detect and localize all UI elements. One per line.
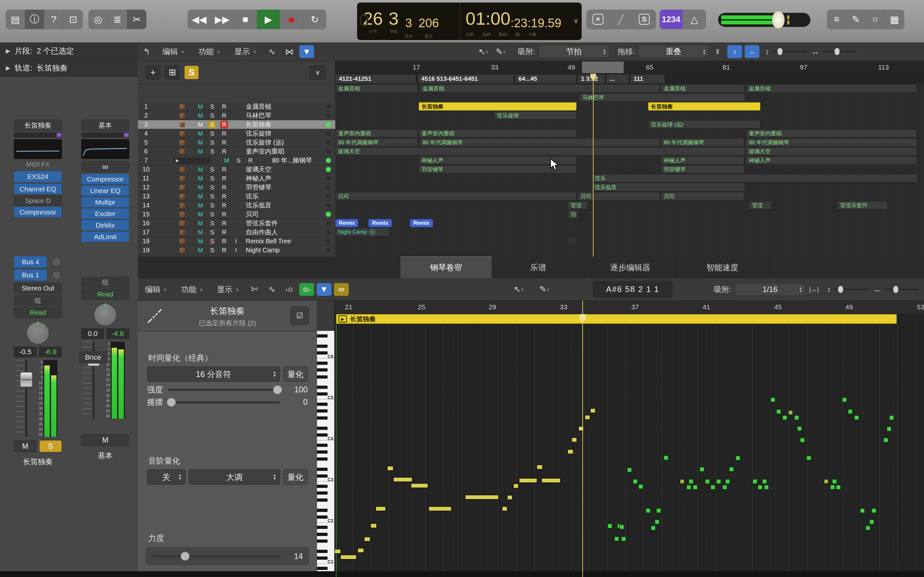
arrange-region[interactable]: 弦乐低音 <box>592 183 745 191</box>
midi-note[interactable] <box>800 438 805 443</box>
track-progress-pill[interactable]: ▶ <box>173 157 211 164</box>
arrange-region[interactable]: 弦乐旋律 (远) <box>648 120 760 129</box>
piano-roll-region-bar[interactable]: ▶ 长笛独奏 <box>336 314 897 324</box>
arrange-ruler[interactable]: 173349658197113 <box>335 61 924 74</box>
arrange-region[interactable]: 马林巴琴 <box>580 93 745 102</box>
track-record-button[interactable]: R <box>220 201 228 210</box>
stereo-format-button[interactable]: ∞ <box>81 161 129 172</box>
forward-button[interactable]: ▶▶ <box>211 10 234 29</box>
piano-black-key[interactable] <box>317 474 328 478</box>
midi-note[interactable] <box>357 548 364 553</box>
arrange-region[interactable]: 玻璃天空 <box>335 147 745 155</box>
arrange-region[interactable]: 金属音槌 <box>661 84 744 93</box>
menu-功能[interactable]: 功能∨ <box>174 283 210 296</box>
midi-note[interactable] <box>865 525 871 530</box>
track-row[interactable]: 2MSR马林巴琴 <box>138 111 335 120</box>
midi-note[interactable] <box>507 495 513 500</box>
editors-button[interactable]: ✂ <box>127 10 146 29</box>
midi-note[interactable] <box>335 549 341 554</box>
track-solo-button[interactable]: S <box>208 219 216 227</box>
midi-note[interactable] <box>854 415 859 420</box>
send-knob[interactable] <box>52 270 61 280</box>
arrange-region[interactable]: 80 年代调频钢琴 <box>420 138 660 147</box>
midi-note[interactable] <box>572 437 577 442</box>
arrange-region[interactable]: 金属音槌 <box>746 84 917 93</box>
midi-note[interactable] <box>607 524 612 529</box>
midi-note[interactable] <box>567 449 573 454</box>
duplicate-track-button[interactable]: ⊞ <box>165 65 180 79</box>
midi-note[interactable] <box>654 519 660 524</box>
vertical-zoom-slider[interactable]: ↕ <box>827 285 869 294</box>
track-mute-button[interactable]: M <box>196 121 204 129</box>
group-slot[interactable]: 组 <box>81 277 129 287</box>
split-tool-icon[interactable]: ✄ <box>247 283 262 296</box>
midi-note[interactable] <box>782 415 787 420</box>
track-row[interactable]: 7▶MSR80 年...频钢琴 <box>138 156 335 165</box>
midi-note[interactable] <box>664 455 669 460</box>
arrange-region[interactable]: 童声室内重唱 <box>335 129 418 137</box>
mute-button[interactable]: M <box>14 440 37 452</box>
scale-root-select[interactable]: 关 ▲▼ <box>147 469 186 485</box>
pan-value[interactable]: -0.5 <box>14 347 37 358</box>
pencil-tool-button[interactable]: ✎∨ <box>493 45 508 58</box>
automation-icon[interactable]: ∿ <box>265 45 279 58</box>
track-inspector-header[interactable]: ▶ 轨道: 长笛独奏 <box>0 60 138 77</box>
pan-knob[interactable] <box>94 303 117 326</box>
track-record-button[interactable]: R <box>220 175 228 182</box>
inspector-button[interactable]: ⓘ <box>25 10 44 29</box>
horizontal-zoom-slider[interactable]: ↔ <box>873 285 919 294</box>
count-in-button[interactable]: 1234 <box>660 10 683 29</box>
insert-slot[interactable]: AdLimit <box>81 231 129 242</box>
piano-black-key[interactable] <box>317 450 328 454</box>
rewind-button[interactable]: ◀◀ <box>188 10 211 29</box>
midi-note[interactable] <box>387 466 394 471</box>
midi-note[interactable] <box>710 485 716 490</box>
arrange-region[interactable]: 管弦 <box>568 201 588 210</box>
track-solo-button[interactable]: S <box>208 193 216 200</box>
loop-browser-button[interactable]: ○ <box>866 10 885 29</box>
midi-note[interactable] <box>788 410 793 415</box>
piano-black-key[interactable] <box>317 533 328 536</box>
track-input-button[interactable]: I <box>232 237 240 245</box>
track-solo-button[interactable]: S <box>208 112 216 119</box>
arrange-region[interactable]: Remix <box>368 219 392 227</box>
midi-note[interactable] <box>364 537 371 542</box>
midi-note[interactable] <box>797 426 802 431</box>
marker-region[interactable]: 111 <box>630 74 665 84</box>
track-solo-button[interactable]: S <box>208 201 216 210</box>
instrument-slot[interactable]: EXS24 <box>14 171 62 182</box>
track-input-button[interactable]: I <box>232 247 240 254</box>
pan-knob[interactable] <box>26 322 49 345</box>
midi-note[interactable] <box>771 397 775 402</box>
tab-乐谱[interactable]: 乐谱 <box>492 256 584 278</box>
library-button[interactable]: ▤ <box>6 10 25 29</box>
arrange-region[interactable]: 贝司 <box>335 192 577 200</box>
piano-black-key[interactable] <box>317 416 328 420</box>
piano-black-key[interactable] <box>317 351 328 355</box>
midi-note[interactable] <box>646 508 651 513</box>
swing-slider[interactable] <box>168 401 280 403</box>
lcd-chevron-down-icon[interactable]: ∨ <box>573 17 578 25</box>
automation-mode-slot[interactable]: Read <box>14 307 62 318</box>
track-mute-button[interactable]: M <box>196 229 204 236</box>
midi-note[interactable] <box>830 485 835 490</box>
track-solo-button[interactable]: S <box>208 211 216 218</box>
track-mute-button[interactable]: M <box>196 237 204 245</box>
arrange-region[interactable]: Remix <box>410 219 433 227</box>
track-row[interactable]: 11MSR神秘人声 <box>138 174 335 183</box>
midi-note[interactable] <box>375 506 386 511</box>
track-row[interactable]: 15MSR贝司 <box>138 210 335 219</box>
piano-black-key[interactable] <box>317 509 328 512</box>
solo-button[interactable]: S <box>39 440 62 452</box>
track-mute-button[interactable]: M <box>196 247 204 254</box>
insert-slot[interactable]: Multipr <box>81 197 129 207</box>
strength-slider[interactable] <box>168 389 280 391</box>
track-row[interactable]: 1MSR金属音槌 <box>138 102 335 111</box>
piano-black-key[interactable] <box>317 498 328 502</box>
midi-note[interactable] <box>686 485 691 490</box>
track-solo-button[interactable]: S <box>208 103 216 111</box>
mixer-button[interactable]: ≣ <box>108 10 127 29</box>
pointer-tool-button[interactable]: ↖∨ <box>511 283 526 296</box>
vertical-zoom-slider[interactable]: ↕ <box>765 47 807 56</box>
midi-note[interactable] <box>716 479 721 484</box>
